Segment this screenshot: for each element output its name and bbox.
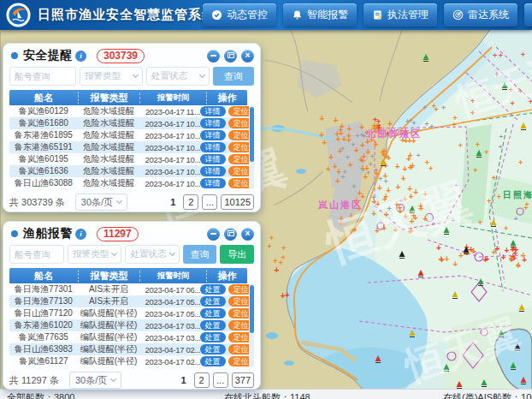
vessel-marker[interactable]: +	[441, 104, 446, 112]
handle-status-select[interactable]: 处置状态	[125, 245, 179, 264]
page-ellipsis[interactable]: ...	[213, 372, 228, 388]
vessel-marker[interactable]: +	[348, 160, 353, 170]
vessel-marker[interactable]: +	[508, 253, 513, 263]
vessel-marker[interactable]: +	[521, 251, 526, 260]
vessel-marker[interactable]: +	[268, 242, 272, 251]
vessel-marker[interactable]: +	[434, 105, 438, 114]
vessel-marker[interactable]: +	[491, 247, 496, 257]
nav-smart-alarm[interactable]: 智能报警	[283, 3, 357, 27]
vessel-marker[interactable]: +	[476, 140, 480, 149]
vessel-marker[interactable]: +	[346, 124, 352, 134]
detail-button[interactable]: 详情	[200, 106, 226, 116]
vessel-marker[interactable]: +	[378, 175, 382, 183]
detail-button[interactable]: 详情	[200, 130, 226, 140]
vessel-marker[interactable]: +	[425, 158, 429, 167]
nav-radar-system[interactable]: 雷达系统	[444, 3, 517, 27]
vessel-marker[interactable]: +	[408, 116, 412, 125]
nav-dynamic-control[interactable]: 动态管控	[203, 3, 276, 27]
page-current[interactable]: 1	[177, 375, 191, 385]
vessel-marker[interactable]: +	[322, 138, 328, 147]
vessel-marker[interactable]: +	[395, 182, 400, 192]
vessel-marker[interactable]: +	[340, 173, 345, 182]
vessel-marker[interactable]: +	[504, 224, 508, 233]
vessel-marker[interactable]: +	[487, 197, 491, 205]
scrollbar[interactable]	[249, 105, 254, 189]
vessel-marker[interactable]: +	[319, 114, 324, 123]
handle-button[interactable]: 处置	[200, 344, 226, 354]
vessel-marker[interactable]: +	[360, 140, 365, 150]
query-button[interactable]: 查询	[213, 67, 254, 86]
vessel-marker[interactable]: +	[361, 166, 365, 175]
vessel-marker[interactable]: +	[395, 162, 400, 171]
vessel-marker[interactable]: +	[281, 244, 286, 253]
vessel-marker[interactable]: +	[351, 140, 355, 149]
page-2[interactable]: 2	[183, 194, 198, 210]
handle-button[interactable]: 处置	[200, 284, 226, 295]
vessel-marker[interactable]: +	[445, 254, 450, 264]
detail-button[interactable]: 详情	[200, 142, 226, 152]
vessel-marker[interactable]: +	[384, 177, 388, 186]
page-size-select[interactable]: 30条/页	[75, 194, 127, 211]
vessel-marker[interactable]: +	[493, 51, 497, 60]
info-icon[interactable]: i	[75, 51, 86, 62]
minimize-button[interactable]	[207, 228, 220, 241]
vessel-marker[interactable]: +	[452, 259, 458, 269]
vessel-marker[interactable]: +	[362, 152, 367, 161]
handle-button[interactable]: 处置	[200, 308, 226, 319]
vessel-marker[interactable]: +	[499, 51, 503, 60]
handle-button[interactable]: 处置	[200, 356, 226, 366]
vessel-marker[interactable]: +	[346, 153, 350, 162]
vessel-marker[interactable]: +	[473, 166, 477, 175]
vessel-marker[interactable]: +	[410, 164, 414, 172]
vessel-marker[interactable]: +	[333, 162, 338, 171]
vessel-marker[interactable]: +	[516, 261, 521, 271]
vessel-marker[interactable]: +	[377, 183, 382, 193]
scrollbar-thumb[interactable]	[250, 285, 254, 333]
detail-button[interactable]: 详情	[200, 166, 226, 176]
vessel-marker[interactable]: +	[334, 116, 339, 125]
vessel-marker[interactable]: +	[368, 160, 372, 169]
vessel-marker[interactable]: +	[401, 174, 406, 183]
vessel-marker[interactable]: +	[439, 254, 444, 264]
handle-status-select[interactable]: 处置状态	[146, 67, 210, 86]
vessel-marker[interactable]: +	[402, 164, 407, 174]
minimize-button[interactable]	[207, 50, 220, 63]
page-ellipsis[interactable]: ...	[202, 194, 217, 210]
handle-button[interactable]: 处置	[200, 332, 226, 342]
vessel-marker[interactable]: +	[429, 122, 434, 131]
vessel-marker[interactable]: +	[340, 145, 345, 153]
vessel-marker[interactable]: +	[484, 254, 489, 264]
vessel-marker[interactable]: +	[521, 51, 525, 59]
vessel-marker[interactable]: +	[408, 151, 413, 160]
vessel-marker[interactable]: +	[484, 148, 488, 157]
vessel-marker[interactable]: +	[339, 128, 344, 138]
vessel-marker[interactable]: +	[458, 141, 463, 150]
vessel-marker[interactable]: +	[424, 120, 429, 128]
vessel-marker[interactable]: +	[273, 257, 277, 265]
detail-button[interactable]: 详情	[200, 178, 226, 188]
alarm-type-select[interactable]: 报警类型	[68, 245, 121, 264]
vessel-marker[interactable]: +	[269, 234, 274, 242]
handle-button[interactable]: 处置	[200, 296, 226, 307]
close-button[interactable]: ×	[241, 50, 254, 63]
vessel-marker[interactable]: +	[355, 132, 359, 140]
alarm-type-select[interactable]: 报警类型	[80, 67, 143, 86]
page-last[interactable]: 10125	[221, 194, 254, 210]
vessel-marker[interactable]: +	[285, 290, 290, 300]
nav-law-enforcement[interactable]: 执法管理	[364, 3, 437, 27]
vessel-marker[interactable]: +	[381, 147, 386, 157]
info-icon[interactable]: i	[75, 229, 86, 240]
export-button[interactable]: 导出	[220, 245, 254, 264]
query-button[interactable]: 查询	[183, 245, 217, 264]
restore-button[interactable]	[224, 228, 237, 241]
vessel-marker[interactable]: +	[326, 164, 331, 174]
ship-search-input[interactable]	[9, 67, 76, 86]
vessel-marker[interactable]: +	[452, 121, 457, 129]
vessel-marker[interactable]: +	[274, 265, 279, 275]
scrollbar-thumb[interactable]	[250, 107, 254, 162]
vessel-marker[interactable]: +	[478, 218, 482, 227]
page-2[interactable]: 2	[194, 372, 210, 388]
restore-button[interactable]	[224, 50, 237, 63]
vessel-marker[interactable]: +	[499, 143, 503, 151]
vessel-marker[interactable]: +	[352, 182, 356, 191]
